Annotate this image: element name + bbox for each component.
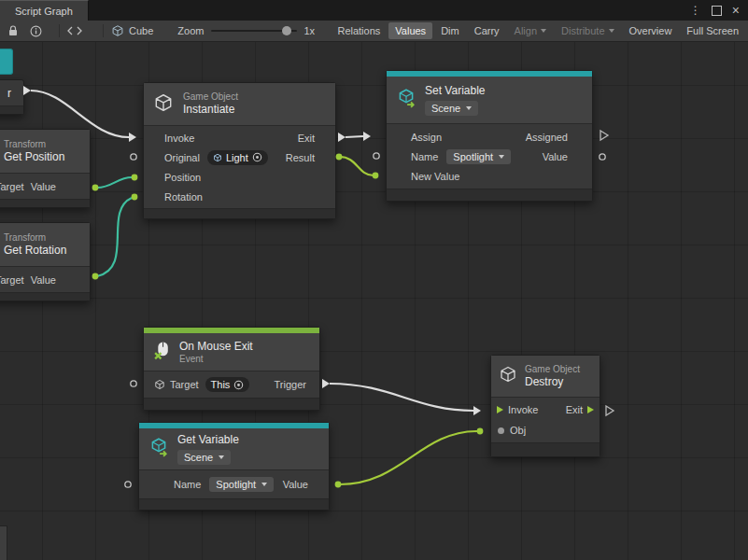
align-button[interactable]: Align	[508, 22, 553, 39]
node-destroy[interactable]: Game Object Destroy Invoke Exit Obj	[490, 355, 600, 457]
object-field-value: Light	[226, 152, 248, 163]
port-label-value: Value	[31, 274, 56, 286]
distribute-button[interactable]: Distribute	[555, 22, 620, 39]
port-label-target: Target	[0, 274, 24, 286]
align-label: Align	[515, 25, 537, 36]
node-title: Instantiate	[183, 103, 238, 117]
port-label-new-value: New Value	[411, 171, 459, 182]
target-object-field[interactable]: This	[205, 377, 250, 392]
node-title: Get Variable	[177, 433, 239, 447]
node-set-variable[interactable]: Set Variable Scene Assign Assigned Name …	[386, 70, 593, 202]
node-category: Game Object	[525, 364, 580, 375]
values-button[interactable]: Values	[388, 22, 432, 39]
port-label-exit: Exit	[298, 133, 315, 144]
node-fragment-left[interactable]: r	[0, 79, 24, 115]
port-label-value: Value	[283, 479, 308, 490]
original-object-field[interactable]: Light	[207, 150, 268, 165]
game-object-mini-icon	[213, 153, 222, 162]
port-label-value: Value	[543, 151, 568, 162]
port-label-target: Target	[170, 379, 199, 390]
edit-script-icon[interactable]	[67, 25, 82, 36]
port-label-original: Original	[164, 152, 200, 163]
control-port-arrow-icon[interactable]	[497, 406, 503, 413]
node-fragment-label: r	[0, 80, 23, 105]
node-title: Destroy	[525, 375, 580, 389]
object-picker-icon[interactable]	[233, 380, 244, 390]
port-label-invoke: Invoke	[508, 404, 538, 415]
port-label-assigned: Assigned	[526, 132, 568, 143]
lock-icon[interactable]	[7, 25, 19, 37]
port-label-target: Target	[0, 181, 24, 192]
port-label-obj: Obj	[510, 425, 526, 436]
maximize-icon[interactable]	[712, 6, 722, 16]
variable-scope-dropdown[interactable]: Scene	[177, 450, 231, 465]
dropdown-caret-icon	[609, 29, 614, 33]
node-get-position[interactable]: Transform Get Position Target Value	[0, 129, 91, 208]
object-field-value: This	[211, 379, 231, 390]
control-port-arrow-icon[interactable]	[587, 406, 594, 413]
dropdown-caret-icon	[541, 29, 546, 33]
toolbar-divider	[59, 24, 60, 37]
variable-name-value: Spotlight	[216, 479, 256, 490]
port-label-exit: Exit	[566, 404, 583, 415]
relations-button[interactable]: Relations	[331, 22, 387, 39]
node-title: Set Variable	[425, 84, 485, 98]
port-label-rotation: Rotation	[164, 191, 203, 203]
port-label-value: Value	[31, 181, 56, 192]
dropdown-caret-icon	[219, 455, 224, 459]
node-title: Get Rotation	[4, 244, 66, 258]
variable-name-dropdown[interactable]: Spotlight	[209, 477, 274, 492]
node-get-rotation[interactable]: Transform Get Rotation Target Value	[0, 222, 91, 301]
port-label-trigger: Trigger	[275, 379, 306, 390]
toolbar-divider	[103, 24, 104, 37]
node-category: Transform	[4, 139, 46, 150]
graph-canvas[interactable]	[0, 41, 748, 560]
node-title: On Mouse Exit	[179, 340, 253, 354]
variable-scope-value: Scene	[431, 103, 460, 114]
port-label-name: Name	[411, 151, 438, 162]
kebab-menu-icon[interactable]: ⋮	[690, 5, 701, 16]
node-get-variable[interactable]: Get Variable Scene Name Spotlight Value	[138, 422, 330, 511]
overview-button[interactable]: Overview	[623, 22, 679, 39]
port-label-name: Name	[174, 479, 201, 490]
variable-name-dropdown[interactable]: Spotlight	[446, 149, 511, 164]
node-title: Get Position	[4, 150, 64, 164]
game-object-icon	[153, 92, 174, 117]
port-label-invoke: Invoke	[164, 133, 194, 144]
close-icon[interactable]: ×	[732, 4, 740, 17]
zoom-label: Zoom	[177, 25, 204, 36]
node-fragment-bottom-left[interactable]	[0, 525, 7, 560]
carry-button[interactable]: Carry	[468, 22, 506, 39]
game-object-icon	[499, 365, 517, 387]
node-category: Transform	[4, 232, 46, 244]
zoom-slider-knob[interactable]	[282, 26, 291, 35]
variable-icon	[396, 88, 416, 112]
tab-script-graph[interactable]: Script Graph	[0, 0, 89, 21]
object-picker-icon[interactable]	[252, 152, 262, 162]
info-icon[interactable]	[30, 25, 42, 37]
fullscreen-button[interactable]: Full Screen	[680, 22, 745, 39]
game-object-cube-icon	[111, 24, 124, 37]
tab-title: Script Graph	[15, 6, 73, 17]
window-tab-bar: Script Graph ⋮ ×	[0, 0, 748, 21]
data-port-dot-icon[interactable]	[498, 427, 504, 434]
node-category: Game Object	[183, 91, 238, 103]
variable-name-value: Spotlight	[453, 151, 493, 162]
variable-scope-value: Scene	[184, 452, 213, 463]
dim-button[interactable]: Dim	[434, 22, 466, 39]
variable-scope-dropdown[interactable]: Scene	[425, 101, 478, 116]
dropdown-caret-icon	[466, 106, 472, 110]
node-fragment-teal[interactable]	[0, 49, 13, 75]
port-label-position: Position	[164, 172, 201, 183]
mouse-exit-icon	[153, 341, 171, 364]
dropdown-caret-icon	[499, 155, 504, 159]
node-on-mouse-exit[interactable]: On Mouse Exit Event Target This Trigger	[143, 327, 320, 411]
dropdown-caret-icon	[261, 483, 267, 486]
port-label-assign: Assign	[411, 132, 442, 143]
window-controls: ⋮ ×	[690, 0, 748, 21]
node-instantiate[interactable]: Game Object Instantiate Invoke Exit Orig…	[143, 82, 336, 219]
variable-icon	[148, 437, 169, 461]
graph-target-label: Cube	[129, 25, 153, 36]
zoom-slider[interactable]	[211, 30, 297, 32]
graph-toolbar: Cube Zoom 1x Relations Values Dim Carry …	[0, 21, 748, 42]
